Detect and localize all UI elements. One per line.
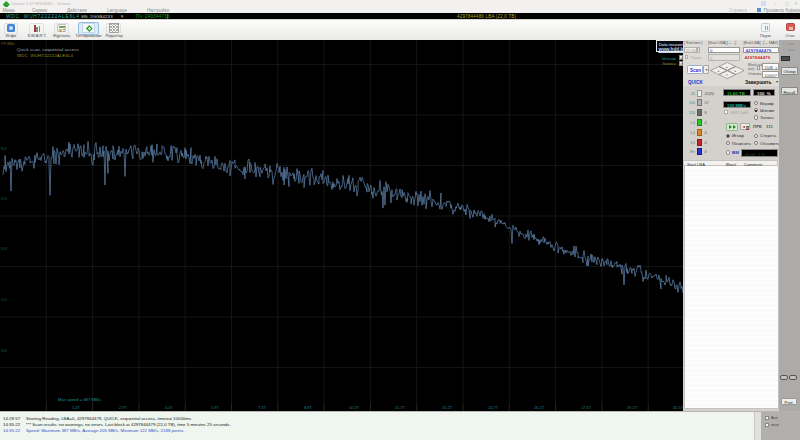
svg-text:2,9T: 2,9T [119,404,128,409]
svg-text:14,7T: 14,7T [488,404,499,409]
svg-text:Max speed = 387 MB/s: Max speed = 387 MB/s [58,396,101,401]
svg-text:150: 150 [1,298,7,302]
svg-text:250: 250 [1,197,7,201]
svg-text:100: 100 [1,349,7,353]
svg-text:5,9T: 5,9T [211,404,220,409]
svg-text:8,8T: 8,8T [304,404,313,409]
svg-text:16,1T: 16,1T [534,404,545,409]
svg-text:4,4T: 4,4T [165,404,174,409]
svg-text:7,3T: 7,3T [258,404,267,409]
svg-text:10,3T: 10,3T [349,404,360,409]
svg-text:19,1T: 19,1T [627,404,638,409]
svg-text:200: 200 [1,247,7,251]
svg-text:20,5T: 20,5T [673,404,683,409]
svg-text:11,7T: 11,7T [395,404,405,409]
svg-text:ГР-МБс: ГР-МБс [1,40,15,45]
svg-text:1,4T: 1,4T [72,404,81,409]
svg-text:300: 300 [1,147,7,151]
svg-text:13,2T: 13,2T [442,404,453,409]
svg-text:17,6T: 17,6T [581,404,592,409]
